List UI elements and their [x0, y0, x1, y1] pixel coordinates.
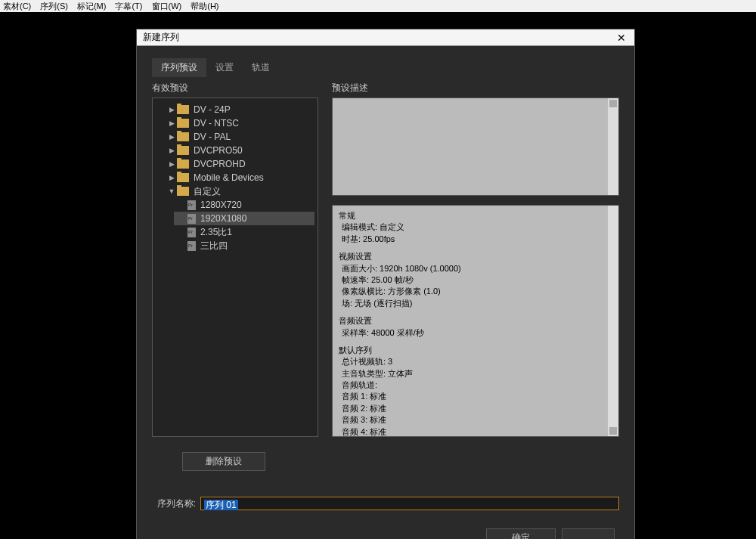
detail-line: 音频设置 — [339, 315, 612, 327]
new-sequence-dialog: 新建序列 ✕ 序列预设 设置 轨道 有效预设 ▶DV - 24P ▶DV - N… — [136, 29, 635, 539]
columns: 有效预设 ▶DV - 24P ▶DV - NTSC ▶DV - PAL ▶DVC… — [152, 82, 619, 437]
tree-label: 三比四 — [200, 240, 228, 252]
sequence-name-label: 序列名称: — [152, 497, 196, 510]
tree-folder-custom[interactable]: ▼自定义 — [165, 184, 314, 198]
tab-tracks[interactable]: 轨道 — [243, 58, 279, 77]
detail-line: 音频 2: 标准 — [339, 403, 612, 414]
tree-label: DVCPROHD — [194, 159, 246, 169]
folder-icon — [177, 146, 189, 155]
tree-item-selected[interactable]: 1920X1080 — [174, 212, 314, 225]
chevron-down-icon: ▼ — [168, 187, 175, 195]
detail-line: 时基: 25.00fps — [339, 234, 612, 245]
tree-label: 1920X1080 — [200, 213, 246, 224]
detail-line: 画面大小: 1920h 1080v (1.0000) — [339, 263, 612, 274]
chevron-right-icon: ▶ — [168, 147, 175, 154]
tree-item[interactable]: 三比四 — [174, 239, 314, 252]
menu-marker[interactable]: 标记(M) — [77, 1, 107, 12]
menubar: 素材(C) 序列(S) 标记(M) 字幕(T) 窗口(W) 帮助(H) — [0, 0, 756, 12]
chevron-right-icon: ▶ — [168, 106, 175, 113]
folder-icon — [177, 160, 189, 169]
tree-item[interactable]: 1280X720 — [174, 198, 314, 212]
dialog-footer: 确定 — [152, 528, 619, 539]
detail-line: 帧速率: 25.00 帧/秒 — [339, 274, 612, 286]
tree-label: DVCPRO50 — [194, 145, 243, 156]
tree-folder[interactable]: ▶Mobile & Devices — [165, 171, 314, 184]
tree-label: 1280X720 — [200, 200, 242, 210]
detail-line: 主音轨类型: 立体声 — [339, 368, 612, 379]
folder-icon — [177, 173, 189, 182]
tab-settings[interactable]: 设置 — [206, 58, 243, 77]
tree-label: Mobile & Devices — [194, 172, 264, 183]
folder-icon — [177, 119, 189, 128]
description-column: 预设描述 常规 编辑模式: 自定义 时基: 25.00fps 视频设置 画面大小… — [332, 82, 619, 437]
presets-column: 有效预设 ▶DV - 24P ▶DV - NTSC ▶DV - PAL ▶DVC… — [152, 82, 318, 437]
chevron-right-icon: ▶ — [168, 133, 175, 141]
detail-line: 编辑模式: 自定义 — [339, 221, 612, 233]
detail-box: 常规 编辑模式: 自定义 时基: 25.00fps 视频设置 画面大小: 192… — [332, 205, 619, 437]
preset-file-icon — [187, 241, 196, 251]
detail-line: 采样率: 48000 采样/秒 — [339, 327, 612, 339]
scrollbar[interactable] — [608, 98, 618, 195]
folder-icon — [177, 187, 189, 196]
tabs: 序列预设 设置 轨道 — [152, 58, 619, 77]
detail-line: 音频 3: 标准 — [339, 414, 612, 426]
tree-item[interactable]: 2.35比1 — [174, 225, 314, 239]
detail-line: 音频轨道: — [339, 379, 612, 391]
detail-line: 像素纵横比: 方形像素 (1.0) — [339, 286, 612, 297]
tree-label: 2.35比1 — [200, 226, 232, 239]
tree-folder[interactable]: ▶DV - PAL — [165, 130, 314, 144]
dialog-title: 新建序列 — [143, 31, 179, 44]
menu-title[interactable]: 字幕(T) — [115, 1, 142, 12]
preset-file-icon — [187, 228, 196, 237]
delete-preset-button[interactable]: 删除预设 — [182, 452, 265, 471]
detail-line: 视频设置 — [339, 251, 612, 262]
tree-folder[interactable]: ▶DV - 24P — [165, 103, 314, 116]
preset-tree[interactable]: ▶DV - 24P ▶DV - NTSC ▶DV - PAL ▶DVCPRO50… — [152, 98, 318, 437]
folder-icon — [177, 105, 189, 114]
tab-presets[interactable]: 序列预设 — [152, 58, 206, 77]
menu-help[interactable]: 帮助(H) — [191, 1, 218, 12]
tree-folder[interactable]: ▶DVCPROHD — [165, 157, 314, 171]
description-box — [332, 98, 619, 196]
description-label: 预设描述 — [332, 82, 619, 94]
ok-button[interactable]: 确定 — [486, 528, 556, 539]
chevron-right-icon: ▶ — [168, 174, 175, 181]
scrollbar[interactable] — [608, 206, 618, 436]
sequence-name-row: 序列名称: 序列 01 — [152, 497, 619, 510]
detail-line: 常规 — [339, 210, 612, 221]
dialog-body: 序列预设 设置 轨道 有效预设 ▶DV - 24P ▶DV - NTSC ▶DV… — [137, 46, 634, 539]
menu-window[interactable]: 窗口(W) — [152, 1, 182, 12]
detail-line: 音频 4: 标准 — [339, 426, 612, 437]
folder-icon — [177, 132, 189, 141]
tree-label: DV - 24P — [194, 104, 231, 115]
detail-line: 音频 1: 标准 — [339, 391, 612, 402]
menu-sequence[interactable]: 序列(S) — [40, 1, 68, 12]
preset-file-icon — [187, 200, 196, 210]
tree-label: DV - NTSC — [194, 118, 239, 129]
sequence-name-input[interactable]: 序列 01 — [200, 497, 619, 510]
presets-label: 有效预设 — [152, 82, 318, 94]
detail-line: 默认序列 — [339, 345, 612, 356]
tree-label: 自定义 — [194, 185, 221, 198]
dialog-titlebar: 新建序列 ✕ — [137, 29, 634, 46]
tree-folder[interactable]: ▶DVCPRO50 — [165, 144, 314, 157]
preset-file-icon — [187, 214, 196, 224]
cancel-button[interactable] — [562, 528, 615, 539]
tree-folder[interactable]: ▶DV - NTSC — [165, 116, 314, 130]
menu-clip[interactable]: 素材(C) — [3, 1, 31, 12]
tree-label: DV - PAL — [194, 132, 231, 142]
close-icon[interactable]: ✕ — [615, 32, 628, 44]
chevron-right-icon: ▶ — [168, 119, 175, 127]
chevron-right-icon: ▶ — [168, 160, 175, 168]
delete-row: 删除预设 — [152, 452, 619, 471]
detail-line: 总计视频轨: 3 — [339, 356, 612, 367]
detail-line: 场: 无场 (逐行扫描) — [339, 298, 612, 309]
